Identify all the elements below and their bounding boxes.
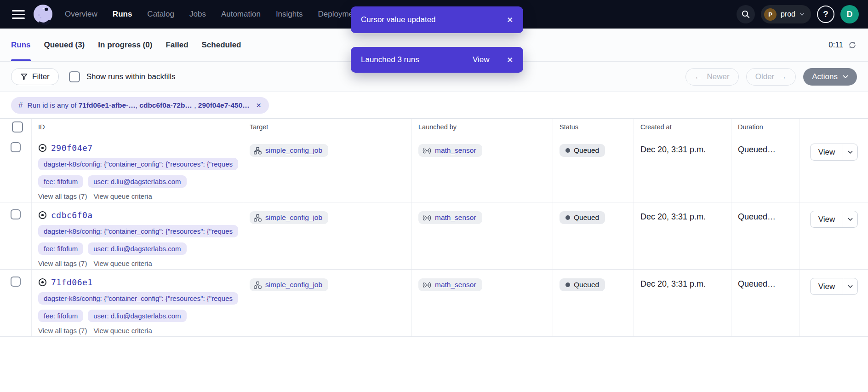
older-button[interactable]: Older → (746, 68, 796, 86)
target-cell: simple_config_job (243, 202, 412, 269)
row-checkbox[interactable] (11, 209, 21, 219)
id-cell: cdbc6f0a dagster-k8s/config: {"container… (32, 202, 243, 269)
fee-tag[interactable]: fee: fifofum (38, 310, 83, 322)
dagster-runs-page: Overview Runs Catalog Jobs Automation In… (0, 0, 868, 392)
hamburger-menu-icon[interactable] (12, 10, 25, 19)
row-checkbox[interactable] (11, 277, 21, 287)
runs-table: ID Target Launched by Status Created at … (0, 118, 868, 337)
tab-runs[interactable]: Runs (11, 29, 31, 61)
nav-item-runs[interactable]: Runs (113, 10, 132, 19)
refresh-icon[interactable] (848, 40, 857, 50)
close-icon[interactable]: ✕ (507, 16, 513, 24)
table-header-row: ID Target Launched by Status Created at … (0, 119, 868, 135)
column-header-id: ID (32, 119, 243, 135)
status-cell: Queued (553, 135, 634, 202)
duration-cell: Queued… (731, 135, 800, 202)
close-icon[interactable]: ✕ (507, 56, 513, 64)
column-header-status: Status (553, 119, 634, 135)
row-checkbox[interactable] (11, 142, 21, 152)
user-tag[interactable]: user: d.liu@dagsterlabs.com (88, 175, 186, 188)
k8s-config-tag[interactable]: dagster-k8s/config: {"container_config":… (38, 225, 238, 237)
toast-view-link[interactable]: View (473, 55, 490, 64)
primary-nav: Overview Runs Catalog Jobs Automation In… (65, 10, 360, 19)
tab-scheduled[interactable]: Scheduled (202, 29, 241, 61)
nav-item-automation[interactable]: Automation (221, 10, 261, 19)
help-button[interactable]: ? (817, 6, 834, 23)
user-avatar[interactable]: D (840, 5, 859, 23)
view-all-tags-link[interactable]: View all tags (7) (38, 259, 87, 267)
filter-button[interactable]: Filter (11, 68, 59, 85)
environment-switcher[interactable]: P prod (761, 5, 811, 23)
view-split-button[interactable]: View (810, 144, 858, 161)
row-actions-cell: View (800, 270, 868, 336)
run-id-link[interactable]: 71fd06e1 (51, 277, 93, 287)
view-split-button[interactable]: View (810, 211, 858, 228)
filter-chip-separator: , (192, 101, 198, 109)
search-button[interactable] (737, 5, 755, 23)
filter-chip-close-icon[interactable]: ✕ (256, 102, 262, 109)
k8s-config-tag[interactable]: dagster-k8s/config: {"container_config":… (38, 158, 238, 170)
arrow-left-icon: ← (695, 72, 702, 81)
dagster-octopus-icon (32, 4, 54, 25)
sensor-chip[interactable]: math_sensor (418, 144, 482, 157)
run-id-link[interactable]: cdbc6f0a (51, 210, 93, 220)
job-icon (254, 147, 262, 155)
tab-failed[interactable]: Failed (166, 29, 188, 61)
fee-tag[interactable]: fee: fifofum (38, 242, 83, 255)
view-queue-criteria-link[interactable]: View queue criteria (93, 192, 152, 200)
sensor-icon (423, 214, 431, 221)
sensor-chip-label: math_sensor (435, 281, 476, 289)
dagster-logo-icon[interactable] (32, 4, 54, 25)
nav-item-overview[interactable]: Overview (65, 10, 97, 19)
view-all-tags-link[interactable]: View all tags (7) (38, 327, 87, 334)
job-chip[interactable]: simple_config_job (250, 144, 328, 157)
chevron-down-icon (799, 12, 805, 16)
job-chip[interactable]: simple_config_job (250, 211, 328, 224)
view-queue-criteria-link[interactable]: View queue criteria (93, 327, 152, 334)
nav-item-insights[interactable]: Insights (276, 10, 303, 19)
view-button-caret[interactable] (843, 211, 857, 227)
job-chip[interactable]: simple_config_job (250, 278, 328, 291)
fee-tag[interactable]: fee: fifofum (38, 175, 83, 188)
view-split-button[interactable]: View (810, 278, 858, 295)
user-tag[interactable]: user: d.liu@dagsterlabs.com (88, 310, 186, 322)
tab-queued[interactable]: Queued (3) (44, 29, 85, 61)
tab-in-progress[interactable]: In progress (0) (98, 29, 152, 61)
view-button-label[interactable]: View (811, 278, 843, 294)
refresh-cluster: 0:11 (828, 29, 857, 61)
view-button-label[interactable]: View (811, 144, 843, 160)
duration-value: Queued… (738, 145, 799, 155)
sensor-chip[interactable]: math_sensor (418, 278, 482, 291)
view-button-caret[interactable] (843, 144, 857, 160)
sensor-chip[interactable]: math_sensor (418, 211, 482, 224)
backfills-checkbox[interactable] (69, 71, 80, 82)
view-queue-criteria-link[interactable]: View queue criteria (93, 259, 152, 267)
status-cell: Queued (553, 270, 634, 336)
older-button-label: Older (755, 72, 775, 81)
select-all-checkbox[interactable] (12, 121, 23, 133)
toast-message: Cursor value updated (361, 15, 436, 24)
chevron-down-icon (848, 285, 853, 288)
user-tag[interactable]: user: d.liu@dagsterlabs.com (88, 242, 186, 255)
nav-item-jobs[interactable]: Jobs (189, 10, 206, 19)
active-filters-row: # Run id is any of 71fd06e1-afbe-…, cdbc… (0, 92, 868, 118)
toast-message: Launched 3 runs (361, 55, 419, 64)
view-button-caret[interactable] (843, 278, 857, 294)
filter-chip-run-id-2: cdbc6f0a-72b… (139, 101, 192, 109)
toast-launched-runs: Launched 3 runs View ✕ (351, 47, 523, 73)
run-id-filter-chip[interactable]: # Run id is any of 71fd06e1-afbe-…, cdbc… (11, 97, 269, 114)
view-button-label[interactable]: View (811, 211, 843, 227)
newer-button[interactable]: ← Newer (685, 68, 739, 86)
job-chip-label: simple_config_job (265, 213, 322, 222)
run-status-icon (38, 278, 47, 287)
run-id-link[interactable]: 290f04e7 (51, 143, 93, 153)
actions-button[interactable]: Actions (803, 68, 857, 86)
status-label: Queued (574, 281, 599, 289)
k8s-config-tag[interactable]: dagster-k8s/config: {"container_config":… (38, 292, 238, 305)
target-cell: simple_config_job (243, 270, 412, 336)
view-all-tags-link[interactable]: View all tags (7) (38, 192, 87, 200)
duration-cell: Queued… (731, 202, 800, 269)
filter-button-label: Filter (32, 72, 50, 81)
user-avatar-initial: D (847, 10, 853, 19)
nav-item-catalog[interactable]: Catalog (147, 10, 174, 19)
